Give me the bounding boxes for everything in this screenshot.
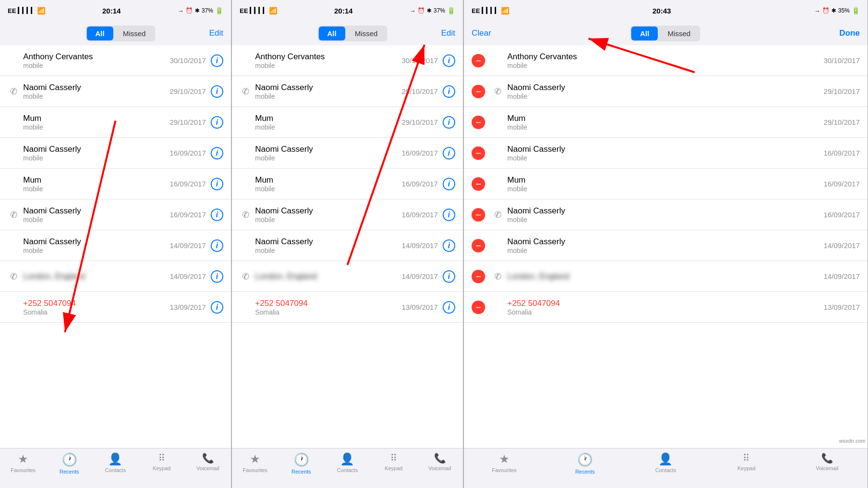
- info-btn-3-p1[interactable]: i: [211, 147, 223, 159]
- missed-tab-3[interactable]: Missed: [659, 26, 699, 40]
- tab-recents-1[interactable]: 🕐 Recents: [50, 452, 89, 475]
- tab-favourites-3[interactable]: ★ Favourites: [485, 452, 524, 473]
- call-item-0-p3[interactable]: − ✆ Anthony Cervantes mobile 30/10/2017: [464, 45, 868, 76]
- missed-tab-1[interactable]: Missed: [114, 26, 155, 40]
- tab-favourites-1[interactable]: ★ Favourites: [4, 452, 42, 473]
- info-btn-0-p1[interactable]: i: [211, 54, 223, 67]
- info-btn-4-p2[interactable]: i: [443, 178, 455, 190]
- tab-recents-2[interactable]: 🕐 Recents: [282, 452, 321, 475]
- call-date-6-p3: 14/09/2017: [824, 241, 860, 250]
- call-item-1-p2[interactable]: ✆ Naomi Casserly mobile 29/10/2017 i: [232, 76, 463, 107]
- call-item-2-p3[interactable]: − ✆ Mum mobile 29/10/2017: [464, 107, 868, 138]
- call-item-5-p2[interactable]: ✆ Naomi Casserly mobile 16/09/2017 i: [232, 199, 463, 230]
- tab-voicemail-1[interactable]: 📞 Voicemail: [189, 452, 227, 471]
- info-btn-1-p2[interactable]: i: [443, 85, 455, 98]
- all-tab-1[interactable]: All: [87, 26, 113, 40]
- info-btn-8-p1[interactable]: i: [211, 301, 223, 314]
- call-item-5-p3[interactable]: − ✆ Naomi Casserly mobile 16/09/2017: [464, 199, 868, 230]
- call-name-2-p2: Mum: [255, 114, 275, 123]
- call-item-4-p2[interactable]: ✆ Mum mobile 16/09/2017 i: [232, 169, 463, 199]
- tab-keypad-1[interactable]: ⠿ Keypad: [142, 452, 181, 471]
- call-item-7-p2[interactable]: ✆ London, England 14/09/2017 i: [232, 261, 463, 292]
- info-btn-6-p2[interactable]: i: [443, 239, 455, 252]
- delete-btn-5-p3[interactable]: −: [472, 208, 485, 222]
- call-item-3-p1[interactable]: ✆ Naomi Casserly mobile 16/09/2017 i: [0, 138, 231, 169]
- call-item-2-p2[interactable]: ✆ Mum mobile 29/10/2017 i: [232, 107, 463, 138]
- tab-contacts-2[interactable]: 👤 Contacts: [328, 452, 366, 473]
- call-item-8-p3[interactable]: − ✆ +252 5047094 Somalia 13/09/2017: [464, 292, 868, 323]
- call-name-3-p1: Naomi Casserly: [23, 145, 81, 154]
- call-date-7-p2: 14/09/2017: [402, 272, 438, 280]
- info-btn-3-p2[interactable]: i: [443, 147, 455, 159]
- call-item-8-p1[interactable]: ✆ +252 5047094 Somalia 13/09/2017 i: [0, 292, 231, 323]
- carrier-2: EE: [240, 7, 248, 14]
- edit-button-2[interactable]: Edit: [441, 28, 455, 38]
- nav-bar-2: All Missed Edit: [232, 21, 463, 45]
- info-btn-8-p2[interactable]: i: [443, 301, 455, 314]
- call-item-7-p1[interactable]: ✆ London, England 14/09/2017 i: [0, 261, 231, 292]
- delete-btn-4-p3[interactable]: −: [472, 177, 485, 191]
- info-btn-0-p2[interactable]: i: [443, 54, 455, 67]
- call-item-8-p2[interactable]: ✆ +252 5047094 Somalia 13/09/2017 i: [232, 292, 463, 323]
- call-type-5-p3: mobile: [507, 216, 565, 224]
- tab-keypad-2[interactable]: ⠿ Keypad: [374, 452, 413, 471]
- done-button-3[interactable]: Done: [840, 28, 860, 38]
- call-type-8-p2: Somalia: [255, 308, 308, 316]
- call-item-4-p3[interactable]: − ✆ Mum mobile 16/09/2017: [464, 169, 868, 199]
- delete-btn-8-p3[interactable]: −: [472, 301, 485, 314]
- tab-voicemail-2[interactable]: 📞 Voicemail: [420, 452, 459, 471]
- call-name-7-p2: London, England: [255, 272, 317, 281]
- call-date-6-p2: 14/09/2017: [402, 241, 438, 250]
- tab-favourites-2[interactable]: ★ Favourites: [236, 452, 274, 473]
- edit-button-1[interactable]: Edit: [209, 28, 223, 38]
- info-btn-7-p2[interactable]: i: [443, 270, 455, 283]
- call-type-2-p1: mobile: [23, 123, 43, 131]
- tab-contacts-3[interactable]: 👤 Contacts: [646, 452, 685, 473]
- info-btn-1-p1[interactable]: i: [211, 85, 223, 98]
- call-item-4-p1[interactable]: ✆ Mum mobile 16/09/2017 i: [0, 169, 231, 199]
- info-btn-2-p1[interactable]: i: [211, 116, 223, 129]
- info-btn-7-p1[interactable]: i: [211, 270, 223, 283]
- info-btn-2-p2[interactable]: i: [443, 116, 455, 129]
- tab-recents-3[interactable]: 🕐 Recents: [566, 452, 604, 475]
- voicemail-icon-1: 📞: [202, 452, 214, 464]
- delete-btn-2-p3[interactable]: −: [472, 116, 485, 129]
- call-item-1-p1[interactable]: ✆ Naomi Casserly mobile 29/10/2017 i: [0, 76, 231, 107]
- call-item-3-p3[interactable]: − ✆ Naomi Casserly mobile 16/09/2017: [464, 138, 868, 169]
- delete-btn-7-p3[interactable]: −: [472, 270, 485, 283]
- call-date-4-p1: 16/09/2017: [170, 180, 206, 188]
- call-item-1-p3[interactable]: − ✆ Naomi Casserly mobile 29/10/2017: [464, 76, 868, 107]
- tab-voicemail-3[interactable]: 📞 Voicemail: [808, 452, 846, 471]
- all-tab-2[interactable]: All: [319, 26, 345, 40]
- call-item-2-p1[interactable]: ✆ Mum mobile 29/10/2017 i: [0, 107, 231, 138]
- info-btn-4-p1[interactable]: i: [211, 178, 223, 190]
- call-name-5-p1: Naomi Casserly: [23, 206, 81, 216]
- call-item-6-p1[interactable]: ✆ Naomi Casserly mobile 14/09/2017 i: [0, 230, 231, 261]
- delete-btn-0-p3[interactable]: −: [472, 54, 485, 67]
- delete-btn-6-p3[interactable]: −: [472, 239, 485, 252]
- call-item-3-p2[interactable]: ✆ Naomi Casserly mobile 16/09/2017 i: [232, 138, 463, 169]
- call-item-6-p2[interactable]: ✆ Naomi Casserly mobile 14/09/2017 i: [232, 230, 463, 261]
- tab-contacts-1[interactable]: 👤 Contacts: [96, 452, 135, 473]
- call-name-0-p3: Anthony Cervantes: [507, 52, 577, 62]
- call-item-6-p3[interactable]: − ✆ Naomi Casserly mobile 14/09/2017: [464, 230, 868, 261]
- call-name-1-p1: Naomi Casserly: [23, 83, 81, 92]
- info-btn-5-p2[interactable]: i: [443, 209, 455, 221]
- call-item-0-p1[interactable]: ✆ Anthony Cervantes mobile 30/10/2017 i: [0, 45, 231, 76]
- delete-btn-1-p3[interactable]: −: [472, 85, 485, 98]
- call-item-0-p2[interactable]: ✆ Anthony Cervantes mobile 30/10/2017 i: [232, 45, 463, 76]
- info-btn-5-p1[interactable]: i: [211, 209, 223, 221]
- call-type-4-p1: mobile: [23, 185, 43, 193]
- call-type-3-p3: mobile: [507, 154, 565, 162]
- tab-keypad-3[interactable]: ⠿ Keypad: [727, 452, 766, 471]
- delete-btn-3-p3[interactable]: −: [472, 146, 485, 160]
- info-btn-6-p1[interactable]: i: [211, 239, 223, 252]
- all-tab-3[interactable]: All: [631, 26, 658, 40]
- call-item-5-p1[interactable]: ✆ Naomi Casserly mobile 16/09/2017 i: [0, 199, 231, 230]
- call-date-3-p2: 16/09/2017: [402, 149, 438, 157]
- call-date-4-p2: 16/09/2017: [402, 180, 438, 188]
- keypad-label-2: Keypad: [385, 465, 403, 471]
- clear-button-3[interactable]: Clear: [472, 28, 491, 38]
- missed-tab-2[interactable]: Missed: [346, 26, 387, 40]
- call-item-7-p3[interactable]: − ✆ London, England 14/09/2017: [464, 261, 868, 292]
